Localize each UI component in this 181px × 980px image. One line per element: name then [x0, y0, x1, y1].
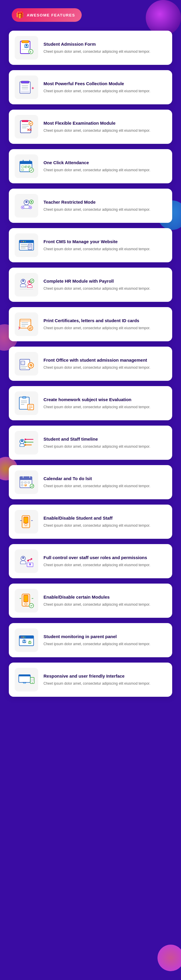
- svg-point-81: [24, 439, 26, 440]
- feature-icon-certificates: [15, 312, 38, 336]
- feature-desc-front-cms: Cheet ipsum dolor amet, consectetur adip…: [44, 247, 166, 252]
- feature-content-front-cms: Front CMS to Manage your WebsiteCheet ip…: [44, 239, 166, 252]
- feature-card-hr-payroll: Complete HR Module with PayrollCheet ips…: [9, 267, 172, 302]
- feature-card-fees-collection: Most Powerful Fees Collection ModuleChee…: [9, 70, 172, 104]
- feature-icon-parent-panel: [15, 628, 38, 652]
- feature-content-homework: Create homework subject wise EvaluationC…: [44, 397, 166, 410]
- svg-point-106: [25, 603, 27, 605]
- feature-desc-calendar: Cheet ipsum dolor amet, consectetur adip…: [44, 484, 166, 489]
- feature-card-timeline: Student and Staff timelineCheet ipsum do…: [9, 426, 172, 460]
- feature-content-user-roles: Full control over staff user roles and p…: [44, 555, 166, 568]
- feature-desc-responsive: Cheet ipsum dolor amet, consectetur adip…: [44, 681, 166, 686]
- svg-point-102: [29, 563, 31, 565]
- feature-icon-student-admission: $: [15, 36, 38, 59]
- feature-card-attendance: One Click AttendanceCheet ipsum dolor am…: [9, 149, 172, 183]
- feature-desc-timeline: Cheet ipsum dolor amet, consectetur adip…: [44, 444, 166, 449]
- svg-point-66: [30, 365, 31, 366]
- feature-desc-parent-panel: Cheet ipsum dolor amet, consectetur adip…: [44, 641, 166, 647]
- feature-content-parent-panel: Student monitoring in parent panelCheet …: [44, 634, 166, 647]
- svg-rect-14: [22, 120, 28, 123]
- feature-desc-teacher-mode: Cheet ipsum dolor amet, consectetur adip…: [44, 207, 166, 212]
- feature-icon-enable-disable: [15, 510, 38, 533]
- feature-title-examination: Most Flexible Examination Module: [44, 120, 166, 126]
- feature-title-enable-disable: Enable/Disable Student and Staff: [44, 515, 166, 521]
- header-title: AWESOME FEATURES: [27, 13, 75, 18]
- svg-point-49: [22, 280, 24, 282]
- svg-rect-26: [22, 169, 24, 171]
- feature-icon-calendar: [15, 470, 38, 494]
- svg-point-124: [32, 682, 33, 683]
- svg-point-93: [30, 484, 34, 488]
- feature-content-enable-disable: Enable/Disable Student and StaffCheet ip…: [44, 515, 166, 528]
- feature-icon-front-cms: [15, 234, 38, 257]
- feature-card-certificates: Print Certificates, letters and student …: [9, 307, 172, 341]
- svg-rect-89: [24, 482, 27, 484]
- feature-card-student-admission: $ Student Admission FormCheet ipsum dolo…: [9, 31, 172, 65]
- feature-content-hr-payroll: Complete HR Module with PayrollCheet ips…: [44, 278, 166, 291]
- feature-desc-attendance: Cheet ipsum dolor amet, consectetur adip…: [44, 167, 166, 173]
- feature-card-enable-disable: Enable/Disable Student and StaffCheet ip…: [9, 504, 172, 539]
- feature-content-attendance: One Click AttendanceCheet ipsum dolor am…: [44, 160, 166, 173]
- feature-icon-teacher-mode: [15, 194, 38, 218]
- feature-title-modules: Enable/Disable certain Modules: [44, 594, 166, 600]
- svg-rect-68: [23, 397, 26, 398]
- feature-content-front-office: Front Office with student admission mana…: [44, 357, 166, 370]
- svg-rect-90: [28, 482, 30, 484]
- svg-point-110: [21, 636, 22, 638]
- svg-point-35: [31, 201, 32, 203]
- feature-card-front-cms: Front CMS to Manage your WebsiteCheet ip…: [9, 228, 172, 262]
- feature-icon-fees-collection: [15, 75, 38, 99]
- svg-rect-85: [20, 477, 32, 480]
- svg-point-29: [25, 201, 28, 203]
- feature-content-modules: Enable/Disable certain ModulesCheet ipsu…: [44, 594, 166, 607]
- svg-rect-118: [19, 675, 30, 676]
- feature-icon-front-office: [15, 352, 38, 375]
- feature-title-timeline: Student and Staff timeline: [44, 436, 166, 442]
- blob-bottom-right: [157, 945, 181, 971]
- svg-rect-122: [23, 683, 26, 684]
- feature-title-teacher-mode: Teacher Restricted Mode: [44, 199, 166, 205]
- svg-rect-95: [24, 517, 28, 523]
- svg-rect-23: [22, 165, 24, 168]
- feature-card-modules: Enable/Disable certain ModulesCheet ipsu…: [9, 584, 172, 618]
- svg-point-32: [22, 207, 23, 208]
- feature-title-hr-payroll: Complete HR Module with Payroll: [44, 278, 166, 284]
- feature-desc-student-admission: Cheet ipsum dolor amet, consectetur adip…: [44, 49, 166, 54]
- feature-icon-responsive: [15, 668, 38, 692]
- gift-icon: 🎁: [16, 11, 24, 19]
- feature-content-calendar: Calendar and To do lsitCheet ipsum dolor…: [44, 476, 166, 489]
- feature-title-parent-panel: Student monitoring in parent panel: [44, 634, 166, 640]
- feature-desc-fees-collection: Cheet ipsum dolor amet, consectetur adip…: [44, 88, 166, 94]
- feature-card-user-roles: Full control over staff user roles and p…: [9, 544, 172, 578]
- feature-desc-front-office: Cheet ipsum dolor amet, consectetur adip…: [44, 365, 166, 370]
- svg-rect-1: [22, 41, 28, 43]
- feature-icon-timeline: [15, 431, 38, 455]
- feature-card-parent-panel: Student monitoring in parent panelCheet …: [9, 623, 172, 657]
- feature-title-certificates: Print Certificates, letters and student …: [44, 318, 166, 324]
- feature-card-homework: Create homework subject wise EvaluationC…: [9, 386, 172, 420]
- feature-card-teacher-mode: Teacher Restricted ModeCheet ipsum dolor…: [9, 189, 172, 223]
- header-badge: 🎁 AWESOME FEATURES: [12, 8, 82, 22]
- feature-card-front-office: Front Office with student admission mana…: [9, 347, 172, 381]
- svg-text:$: $: [30, 50, 31, 53]
- feature-icon-attendance: [15, 154, 38, 178]
- feature-icon-user-roles: [15, 549, 38, 573]
- feature-desc-hr-payroll: Cheet ipsum dolor amet, consectetur adip…: [44, 286, 166, 291]
- feature-desc-certificates: Cheet ipsum dolor amet, consectetur adip…: [44, 325, 166, 331]
- feature-desc-examination: Cheet ipsum dolor amet, consectetur adip…: [44, 128, 166, 133]
- feature-content-fees-collection: Most Powerful Fees Collection ModuleChee…: [44, 81, 166, 94]
- svg-point-33: [30, 207, 31, 208]
- svg-point-98: [22, 557, 24, 559]
- svg-point-82: [24, 441, 26, 443]
- feature-desc-homework: Cheet ipsum dolor amet, consectetur adip…: [44, 404, 166, 410]
- svg-point-38: [21, 241, 22, 242]
- feature-title-responsive: Responsive and user friendly Interface: [44, 673, 166, 679]
- feature-desc-enable-disable: Cheet ipsum dolor amet, consectetur adip…: [44, 523, 166, 528]
- svg-rect-72: [28, 404, 34, 410]
- feature-title-user-roles: Full control over staff user roles and p…: [44, 555, 166, 561]
- svg-point-96: [25, 524, 27, 526]
- svg-rect-105: [24, 595, 28, 602]
- svg-rect-8: [21, 81, 29, 83]
- svg-point-99: [27, 560, 29, 562]
- feature-icon-modules: [15, 589, 38, 612]
